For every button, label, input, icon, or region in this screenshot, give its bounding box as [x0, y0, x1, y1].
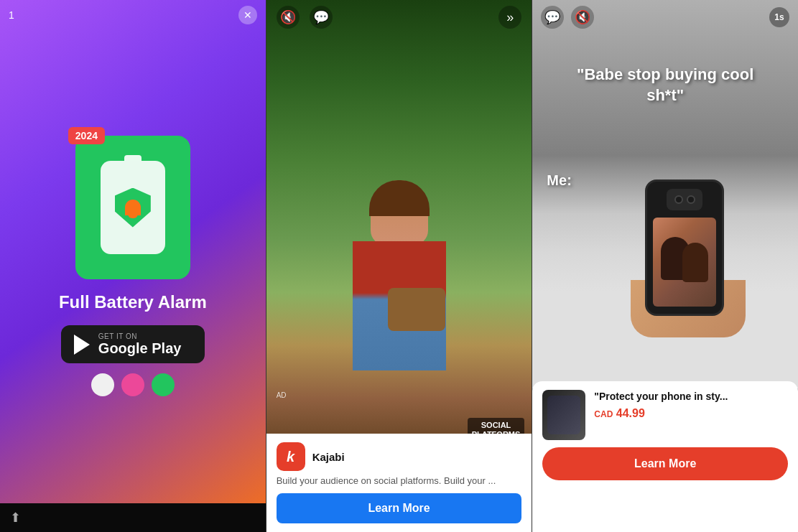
panel-kajabi-ad: SOCIALPLATFORMS 🔇 💬 » AD k Kajabi Build … [266, 0, 532, 532]
basket [388, 288, 445, 331]
camera-lens-1 [674, 195, 683, 204]
battery-app-card: 2024 [75, 136, 190, 279]
panel2-top-icons: 🔇 💬 » [266, 6, 532, 29]
p3-comment-icon[interactable]: 💬 [541, 6, 564, 29]
app-title: Full Battery Alarm [59, 292, 207, 312]
product-image [542, 390, 585, 440]
p2-right-icons: » [498, 6, 521, 29]
partner-icons-row [91, 373, 175, 396]
partner-icon-2 [121, 373, 144, 396]
learn-more-red-button[interactable]: Learn More [542, 447, 788, 480]
kajabi-logo: k [277, 442, 305, 471]
p2-left-icons: 🔇 💬 [277, 6, 333, 29]
meme-text-container: "Babe stop buying cool sh*t" [532, 65, 798, 106]
google-play-badge[interactable]: GET IT ON Google Play [61, 325, 205, 363]
phone-device [645, 179, 724, 316]
advertiser-row: k Kajabi [277, 442, 522, 471]
battery-icon [101, 161, 165, 254]
ad-label: AD [277, 391, 287, 399]
play-icon [74, 335, 90, 355]
p3-mute-icon[interactable]: 🔇 [571, 6, 594, 29]
meme-line-1: "Babe stop buying cool [532, 65, 798, 85]
meme-line-2: sh*t" [532, 85, 798, 106]
google-play-label: Google Play [98, 340, 182, 356]
phone-screen [653, 218, 716, 307]
advertiser-name: Kajabi [312, 451, 345, 463]
couple-photo [653, 218, 716, 307]
panel1-bottom-bar: ⬆ [0, 503, 266, 532]
partner-icon-1 [91, 373, 114, 396]
meme-me-label: Me: [547, 172, 571, 189]
product-price: CAD 44.99 [594, 407, 788, 420]
p3-right-icons: 1s [769, 7, 789, 27]
learn-more-button[interactable]: Learn More [277, 493, 522, 523]
panel-phone-case-ad: 💬 🔇 1s "Babe stop buying cool sh*t" Me: [532, 0, 798, 532]
panel1-top-bar: 1 ✕ [0, 0, 266, 30]
close-button[interactable]: ✕ [238, 6, 257, 24]
year-badge: 2024 [68, 127, 105, 144]
price-currency: CAD [594, 409, 613, 419]
panel2-bottom-overlay: k Kajabi Build your audience on social p… [266, 434, 532, 532]
person2-silhouette [682, 243, 708, 282]
google-play-text: GET IT ON Google Play [98, 332, 182, 356]
camera-bump [667, 189, 702, 210]
mute-icon[interactable]: 🔇 [277, 6, 300, 29]
person-area [328, 180, 471, 453]
panel3-bottom-overlay: "Protect your phone in sty... CAD 44.99 … [532, 381, 798, 532]
product-image-inner [547, 396, 580, 434]
bell-icon [125, 200, 141, 215]
ad-description: Build your audience on social platforms.… [277, 475, 522, 486]
hand-phone-container [631, 179, 746, 337]
share-icon[interactable]: ⬆ [10, 510, 21, 526]
product-info: "Protect your phone in sty... CAD 44.99 [594, 390, 788, 420]
hair [369, 180, 430, 216]
get-it-on-label: GET IT ON [98, 332, 182, 340]
timer-badge: 1s [769, 7, 789, 27]
panel3-top-icons: 💬 🔇 1s [532, 6, 798, 29]
shield-icon [115, 188, 151, 228]
camera-lens-2 [687, 195, 695, 204]
price-value: 44.99 [616, 407, 645, 419]
product-row: "Protect your phone in sty... CAD 44.99 [542, 390, 788, 440]
panel1-number: 1 [9, 9, 14, 21]
product-title: "Protect your phone in sty... [594, 390, 788, 403]
panel-battery-alarm: 1 ✕ 2024 Full Battery Alarm GET IT ON Go… [0, 0, 266, 532]
phone-hand-visual [631, 179, 746, 337]
partner-icon-3 [152, 373, 175, 396]
comment-icon[interactable]: 💬 [310, 6, 333, 29]
more-icon[interactable]: » [498, 6, 521, 29]
p3-left-icons: 💬 🔇 [541, 6, 594, 29]
